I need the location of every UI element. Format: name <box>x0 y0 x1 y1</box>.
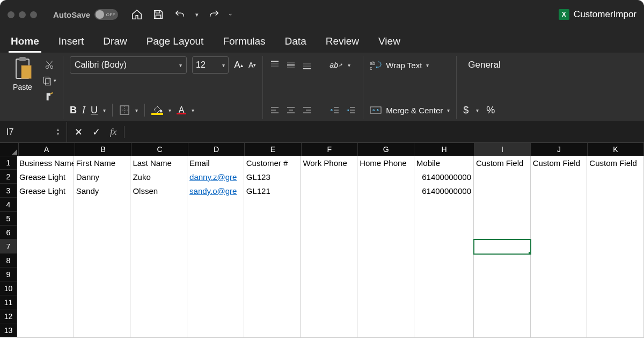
cell-C6[interactable] <box>130 226 187 240</box>
cell-D9[interactable] <box>187 267 244 282</box>
cell-C10[interactable] <box>130 281 187 296</box>
cell-H11[interactable] <box>414 295 474 310</box>
cell-E6[interactable] <box>244 226 301 240</box>
cell-E2[interactable]: GL123 <box>244 170 301 184</box>
cell-I5[interactable] <box>474 212 531 226</box>
cell-D11[interactable] <box>187 295 244 310</box>
tab-data[interactable]: Data <box>283 32 309 53</box>
cell-D5[interactable] <box>187 212 244 226</box>
cell-H7[interactable] <box>414 240 474 254</box>
redo-icon[interactable] <box>208 9 220 20</box>
cell-K5[interactable] <box>587 212 644 226</box>
cell-A8[interactable] <box>17 254 74 268</box>
cell-F3[interactable] <box>301 184 357 198</box>
paste-icon[interactable] <box>12 56 33 81</box>
cell-A3[interactable]: Grease Light <box>17 184 74 198</box>
cell-E10[interactable] <box>244 281 301 296</box>
row-header-2[interactable]: 2 <box>0 170 17 184</box>
cell-B7[interactable] <box>74 240 131 254</box>
column-header-K[interactable]: K <box>588 143 644 156</box>
cell-J8[interactable] <box>531 254 588 268</box>
cell-I4[interactable] <box>474 198 531 212</box>
cell-B8[interactable] <box>74 254 131 268</box>
align-left-icon[interactable] <box>269 105 280 115</box>
cell-D8[interactable] <box>187 254 244 268</box>
copy-icon[interactable]: ▾ <box>42 75 56 86</box>
cell-C5[interactable] <box>130 212 187 226</box>
cell-I3[interactable] <box>474 184 531 198</box>
enter-icon[interactable]: ✓ <box>92 126 100 138</box>
chevron-down-icon[interactable]: ▾ <box>476 107 479 113</box>
cell-I11[interactable] <box>474 295 531 310</box>
align-middle-icon[interactable] <box>286 60 296 70</box>
cell-F8[interactable] <box>301 254 357 268</box>
font-color-button[interactable]: A <box>177 106 186 114</box>
cell-F4[interactable] <box>301 198 357 212</box>
align-top-icon[interactable] <box>269 60 280 70</box>
cell-I12[interactable] <box>474 309 531 324</box>
cell-G13[interactable] <box>357 323 414 338</box>
cell-D6[interactable] <box>187 226 244 240</box>
row-header-7[interactable]: 7 <box>0 240 17 254</box>
cell-F6[interactable] <box>301 226 357 240</box>
row-header-10[interactable]: 10 <box>0 281 17 295</box>
cell-E1[interactable]: Customer # <box>244 156 301 170</box>
cell-D12[interactable] <box>187 309 244 324</box>
cell-B1[interactable]: First Name <box>74 156 131 170</box>
cell-F10[interactable] <box>301 281 357 296</box>
currency-button[interactable]: $ <box>463 105 469 116</box>
cell-F1[interactable]: Work Phone <box>301 156 357 170</box>
paste-label[interactable]: Paste <box>13 83 32 91</box>
cell-E11[interactable] <box>244 295 301 310</box>
cell-K4[interactable] <box>587 198 644 212</box>
cell-G2[interactable] <box>357 170 414 184</box>
cell-E3[interactable]: GL121 <box>244 184 301 198</box>
chevron-down-icon[interactable]: ▾ <box>348 62 350 68</box>
cell-E4[interactable] <box>244 198 301 212</box>
cell-C9[interactable] <box>130 267 187 282</box>
number-format-dropdown[interactable]: General <box>463 56 505 74</box>
cell-G3[interactable] <box>357 184 414 198</box>
row-header-3[interactable]: 3 <box>0 184 17 198</box>
cell-K6[interactable] <box>587 226 644 240</box>
decrease-indent-icon[interactable] <box>330 105 340 115</box>
cell-A13[interactable] <box>17 323 74 338</box>
chevron-down-icon[interactable]: ▾ <box>103 107 106 113</box>
cell-A10[interactable] <box>17 281 74 296</box>
cell-F2[interactable] <box>301 170 357 184</box>
cell-A11[interactable] <box>17 295 74 310</box>
chevron-down-icon[interactable]: ▾ <box>169 107 171 113</box>
tab-page-layout[interactable]: Page Layout <box>144 32 206 53</box>
font-size-dropdown[interactable]: 12 ▾ <box>192 56 229 74</box>
cut-icon[interactable] <box>42 59 56 70</box>
undo-icon[interactable] <box>174 9 186 20</box>
row-header-8[interactable]: 8 <box>0 254 17 267</box>
row-header-13[interactable]: 13 <box>0 323 17 337</box>
cell-E9[interactable] <box>244 267 301 282</box>
cell-F12[interactable] <box>301 309 357 324</box>
select-all-corner[interactable] <box>0 143 19 156</box>
column-header-A[interactable]: A <box>19 143 75 156</box>
cell-D3[interactable]: sandy.o@gre <box>187 184 244 198</box>
minimize-window-button[interactable] <box>19 11 26 18</box>
decrease-font-icon[interactable]: A▾ <box>248 61 256 69</box>
cell-K3[interactable] <box>587 184 644 198</box>
align-center-icon[interactable] <box>286 105 296 115</box>
chevron-down-icon[interactable]: ▾ <box>135 107 138 113</box>
column-header-J[interactable]: J <box>531 143 587 156</box>
cell-D7[interactable] <box>187 240 244 254</box>
cell-J12[interactable] <box>531 309 588 324</box>
borders-button[interactable] <box>119 105 130 115</box>
fill-color-button[interactable] <box>151 105 163 115</box>
chevron-down-icon[interactable]: ▾ <box>192 107 194 113</box>
cell-G4[interactable] <box>357 198 414 212</box>
cell-J11[interactable] <box>531 295 588 310</box>
cell-B5[interactable] <box>74 212 131 226</box>
cell-H4[interactable] <box>414 198 474 212</box>
tab-review[interactable]: Review <box>324 32 361 53</box>
cell-B4[interactable] <box>74 198 131 212</box>
bold-button[interactable]: B <box>70 105 77 116</box>
tab-insert[interactable]: Insert <box>56 32 86 53</box>
cell-I8[interactable] <box>474 254 531 268</box>
cell-H3[interactable]: 61400000000 <box>414 184 474 198</box>
